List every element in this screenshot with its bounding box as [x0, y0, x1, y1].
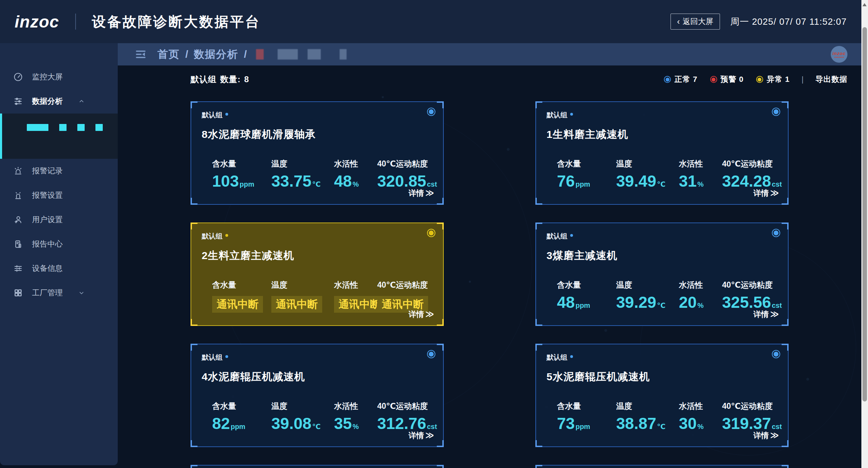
metric-value: 103ppm — [212, 173, 271, 189]
sidebar-item-8[interactable]: 工厂管理 — [0, 281, 118, 305]
metric-unit: ppm — [240, 180, 254, 188]
metric-unit: ppm — [575, 423, 590, 430]
detail-link[interactable]: 详情≫ — [753, 309, 779, 320]
metric: 温度 39.29℃ — [616, 280, 679, 311]
grid-icon — [13, 288, 23, 298]
sidebar-subitem-redacted[interactable] — [27, 124, 103, 131]
vertical-scrollbar[interactable] — [861, 0, 868, 468]
metric: 水活性 通讯中断 — [334, 280, 377, 313]
collapse-menu-icon[interactable] — [134, 48, 147, 61]
chevron-up-icon — [78, 98, 85, 105]
metric-unit: ℃ — [657, 423, 665, 430]
metric-label: 含水量 — [212, 158, 271, 169]
background-particles — [118, 65, 118, 66]
metric-label: 含水量 — [557, 158, 616, 169]
device-card-partial — [535, 465, 789, 468]
metrics-row: 含水量 通讯中断 温度 通讯中断 水活性 通讯中断 40℃运动粘度 通讯中断 — [202, 280, 433, 313]
metric-value: 76ppm — [557, 173, 616, 189]
metric-value: 319.37cst — [722, 415, 782, 432]
status-indicator-icon — [772, 108, 780, 116]
breadcrumb-home[interactable]: 首页 — [157, 47, 180, 62]
metric-unit: % — [697, 180, 704, 188]
device-name: 8水泥磨球磨机滑履轴承 — [202, 127, 433, 142]
corner-accent — [437, 344, 444, 351]
metrics-row: 含水量 82ppm 温度 39.08℃ 水活性 35% 40℃运动粘度 312.… — [202, 401, 433, 432]
metric-value: 30% — [679, 415, 722, 432]
corner-accent — [191, 440, 197, 447]
corner-accent — [437, 198, 444, 205]
sidebar-item-4[interactable]: 报警设置 — [0, 183, 118, 208]
detail-link[interactable]: 详情≫ — [409, 309, 434, 320]
card-group-label: 默认组 — [547, 232, 567, 241]
device-card: 默认组 8水泥磨球磨机滑履轴承 含水量 103ppm 温度 33.75℃ 水活性… — [191, 101, 444, 205]
metric: 水活性 31% — [679, 158, 722, 189]
status-indicator-icon — [772, 229, 780, 237]
user-plus-icon — [13, 215, 23, 225]
device-name: 1生料磨主减速机 — [547, 127, 777, 142]
group-dot-icon — [570, 355, 573, 358]
breadcrumb: 首页 / 数据分析 / inzoc — [118, 43, 861, 65]
back-to-bigscreen-button[interactable]: ‹ 返回大屏 — [671, 14, 720, 30]
metrics-row: 含水量 48ppm 温度 39.29℃ 水活性 20% 40℃运动粘度 325.… — [547, 280, 777, 311]
corner-accent — [437, 223, 444, 229]
status-indicator-icon — [427, 108, 435, 116]
breadcrumb-section[interactable]: 数据分析 — [194, 47, 238, 62]
status-legend-item: 异常 1 — [756, 74, 790, 85]
metric-label: 水活性 — [334, 158, 377, 169]
page-title: 设备故障诊断大数据平台 — [92, 12, 261, 31]
metric-value: 38.87℃ — [616, 415, 679, 432]
corner-accent — [782, 465, 789, 468]
corner-accent — [535, 223, 542, 229]
sidebar-item-3[interactable]: 报警记录 — [0, 159, 118, 183]
status-dot-icon — [756, 76, 763, 83]
device-card: 默认组 4水泥磨辊压机减速机 含水量 82ppm 温度 39.08℃ 水活性 3… — [191, 344, 444, 447]
sidebar-item-7[interactable]: 设备信息 — [0, 256, 118, 281]
siren-icon — [13, 166, 23, 176]
detail-link[interactable]: 详情≫ — [753, 188, 779, 198]
breadcrumb-separator: / — [244, 48, 247, 60]
export-data-button[interactable]: 导出数据 — [815, 74, 847, 85]
sidebar-item-2[interactable]: 数据分析 — [0, 89, 118, 114]
metric-unit: ℃ — [312, 423, 320, 430]
detail-link[interactable]: 详情≫ — [753, 430, 779, 441]
corner-accent — [782, 223, 789, 229]
header-divider — [75, 14, 76, 30]
group-dot-icon — [225, 234, 228, 237]
sidebar-item-6[interactable]: 报告中心 — [0, 232, 118, 256]
app-header: inzoc 设备故障诊断大数据平台 ‹ 返回大屏 周一 2025/ 07/ 07… — [0, 0, 861, 43]
corner-accent — [437, 465, 444, 468]
user-avatar[interactable]: inzoc — [831, 46, 847, 63]
detail-link[interactable]: 详情≫ — [409, 188, 434, 198]
metric-label: 温度 — [616, 158, 679, 169]
double-chevron-right-icon: ≫ — [770, 430, 779, 440]
metric-label: 40℃运动粘度 — [722, 280, 782, 290]
metric: 含水量 76ppm — [557, 158, 616, 189]
metric: 温度 39.08℃ — [271, 401, 334, 432]
metric: 温度 39.49℃ — [616, 158, 679, 189]
metric: 温度 38.87℃ — [616, 401, 679, 432]
metric: 40℃运动粘度 319.37cst — [722, 401, 782, 432]
corner-accent — [535, 319, 542, 326]
chevron-down-icon — [78, 289, 85, 296]
metric-label: 40℃运动粘度 — [377, 158, 437, 169]
metric-value: 73ppm — [557, 415, 616, 432]
sidebar-item-5[interactable]: 用户设置 — [0, 208, 118, 232]
corner-accent — [535, 198, 542, 205]
sidebar-item-1[interactable]: 监控大屏 — [0, 65, 118, 89]
metric-value: 通讯中断 — [212, 296, 263, 313]
status-indicator-icon — [772, 350, 780, 358]
scrollbar-thumb[interactable] — [862, 27, 867, 401]
corner-accent — [535, 465, 542, 468]
breadcrumb-redacted-segment — [256, 49, 347, 60]
scroll-up-arrow-icon[interactable] — [862, 3, 867, 6]
corner-accent — [782, 319, 789, 326]
device-name: 2生料立磨主减速机 — [202, 249, 433, 263]
metric: 含水量 48ppm — [557, 280, 616, 311]
content-toolbar: 默认组数量:8 正常 7 预警 0 异常 1 | 导出数据 — [118, 72, 861, 87]
corner-accent — [782, 440, 789, 447]
corner-accent — [191, 344, 197, 351]
detail-link[interactable]: 详情≫ — [409, 430, 434, 441]
double-chevron-right-icon: ≫ — [770, 188, 779, 197]
corner-accent — [782, 344, 789, 351]
metric-label: 温度 — [271, 280, 334, 290]
